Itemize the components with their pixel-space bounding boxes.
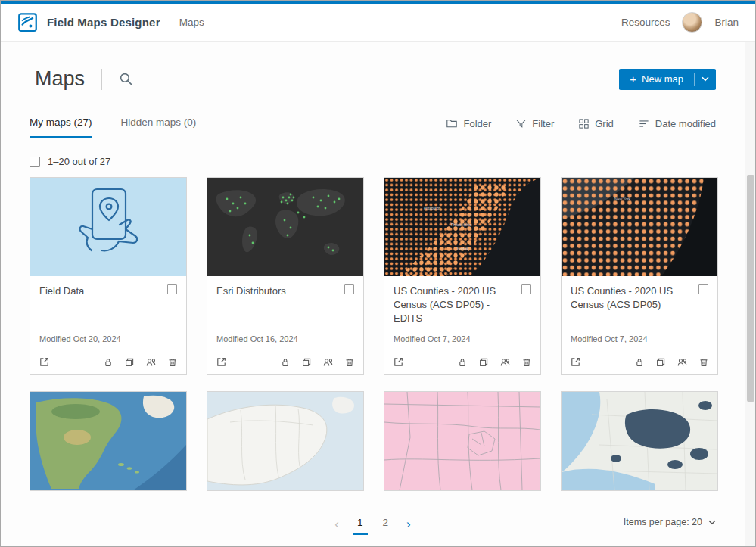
next-page-button[interactable]: › bbox=[403, 517, 414, 532]
svg-text:Pittsburgh: Pittsburgh bbox=[424, 206, 441, 210]
vertical-scrollbar[interactable] bbox=[745, 42, 755, 546]
map-thumbnail[interactable]: New York bbox=[562, 178, 717, 276]
map-card-us-counties-edits[interactable]: Pittsburgh Philadelphia Norfolk US Count… bbox=[384, 177, 541, 375]
share-group-button[interactable] bbox=[322, 357, 334, 368]
share-group-button[interactable] bbox=[677, 357, 688, 368]
new-map-dropdown[interactable] bbox=[695, 69, 716, 90]
sharing-level-button[interactable] bbox=[634, 357, 645, 368]
group-icon bbox=[499, 357, 511, 368]
sharing-level-button[interactable] bbox=[280, 357, 291, 368]
card-actions bbox=[634, 357, 709, 368]
page-header: Maps + New map bbox=[30, 42, 716, 91]
duplicate-button[interactable] bbox=[124, 357, 135, 368]
map-card-field-data[interactable]: Field Data Modified Oct 20, 2024 bbox=[30, 177, 187, 375]
duplicate-icon bbox=[655, 357, 666, 368]
tab-hidden-maps[interactable]: Hidden maps (0) bbox=[121, 117, 197, 138]
filter-button[interactable]: Filter bbox=[515, 118, 554, 129]
tab-my-maps[interactable]: My maps (27) bbox=[30, 117, 92, 138]
folder-button[interactable]: Folder bbox=[446, 117, 491, 129]
map-card-us-counties[interactable]: New York US Counties - 2020 US Census (A… bbox=[561, 177, 718, 375]
scrollbar-thumb[interactable] bbox=[747, 175, 754, 402]
map-thumbnail[interactable] bbox=[207, 392, 363, 490]
coastal-census-map bbox=[562, 392, 717, 490]
card-actions bbox=[103, 357, 178, 368]
topbar: Field Maps Designer Maps Resources Brian bbox=[1, 4, 755, 42]
card-footer bbox=[30, 350, 186, 374]
duplicate-button[interactable] bbox=[478, 357, 489, 368]
card-title[interactable]: Esri Distributors bbox=[216, 284, 338, 298]
lock-icon bbox=[457, 357, 468, 368]
delete-button[interactable] bbox=[344, 357, 355, 368]
map-thumbnail[interactable]: Pittsburgh Philadelphia Norfolk bbox=[384, 178, 540, 276]
new-map-main[interactable]: + New map bbox=[619, 69, 694, 90]
card-checkbox[interactable] bbox=[521, 284, 531, 294]
map-card-row2-4[interactable] bbox=[561, 391, 718, 491]
map-thumbnail[interactable] bbox=[30, 392, 186, 490]
world-map-dark bbox=[207, 178, 363, 276]
card-checkbox[interactable] bbox=[167, 284, 177, 294]
share-group-button[interactable] bbox=[499, 357, 511, 368]
plus-icon: + bbox=[630, 73, 636, 85]
card-actions bbox=[280, 357, 355, 368]
card-title-row: US Counties - 2020 US Census (ACS DP05) bbox=[571, 284, 708, 312]
group-icon bbox=[677, 357, 688, 368]
grid-view-button[interactable]: Grid bbox=[578, 118, 614, 129]
nav-item-maps[interactable]: Maps bbox=[179, 17, 204, 28]
sort-label: Date modified bbox=[655, 118, 716, 129]
delete-button[interactable] bbox=[167, 357, 178, 368]
select-all-checkbox[interactable] bbox=[30, 157, 40, 167]
map-thumbnail[interactable] bbox=[562, 392, 717, 490]
previous-page-button[interactable]: ‹ bbox=[331, 517, 342, 532]
delete-button[interactable] bbox=[521, 357, 532, 368]
brand-title: Field Maps Designer bbox=[47, 16, 160, 29]
open-map-button[interactable] bbox=[216, 356, 227, 368]
items-per-page-select[interactable]: Items per page: 20 bbox=[624, 517, 716, 527]
user-name[interactable]: Brian bbox=[714, 17, 739, 28]
search-icon[interactable] bbox=[119, 72, 133, 86]
map-thumbnail[interactable] bbox=[207, 178, 363, 276]
card-title-row: Field Data bbox=[39, 284, 177, 298]
duplicate-button[interactable] bbox=[301, 357, 312, 368]
map-thumbnail[interactable] bbox=[384, 392, 540, 490]
open-map-button[interactable] bbox=[393, 356, 404, 368]
open-in-new-icon bbox=[216, 356, 227, 368]
card-modified-date: Modified Oct 16, 2024 bbox=[216, 334, 354, 343]
page-1-button[interactable]: 1 bbox=[353, 514, 368, 535]
card-actions bbox=[457, 357, 532, 368]
lock-icon bbox=[634, 357, 645, 368]
filter-label: Filter bbox=[532, 118, 554, 129]
duplicate-button[interactable] bbox=[655, 357, 666, 368]
sharing-level-button[interactable] bbox=[103, 357, 114, 368]
map-card-row2-1[interactable] bbox=[30, 391, 187, 491]
trash-icon bbox=[521, 357, 532, 368]
card-checkbox[interactable] bbox=[698, 284, 708, 294]
page-2-button[interactable]: 2 bbox=[378, 514, 394, 535]
chevron-down-icon bbox=[708, 520, 716, 525]
open-map-button[interactable] bbox=[570, 356, 581, 368]
resources-link[interactable]: Resources bbox=[621, 17, 670, 28]
map-card-row2-3[interactable] bbox=[384, 391, 541, 491]
card-checkbox[interactable] bbox=[344, 284, 354, 294]
census-dots-map: Pittsburgh Philadelphia Norfolk bbox=[384, 178, 540, 276]
folder-icon bbox=[446, 117, 458, 129]
card-body: US Counties - 2020 US Census (ACS DP05) … bbox=[384, 276, 540, 350]
map-card-row2-2[interactable] bbox=[207, 391, 364, 491]
user-avatar[interactable] bbox=[682, 12, 702, 33]
app-logo-icon[interactable] bbox=[17, 12, 38, 33]
card-title[interactable]: Field Data bbox=[39, 284, 161, 298]
map-thumbnail[interactable] bbox=[30, 178, 186, 276]
cards-grid: Field Data Modified Oct 20, 2024 bbox=[30, 177, 716, 491]
sharing-level-button[interactable] bbox=[457, 357, 468, 368]
open-in-new-icon bbox=[39, 356, 50, 368]
map-card-esri-distributors[interactable]: Esri Distributors Modified Oct 16, 2024 bbox=[207, 177, 364, 375]
new-map-button[interactable]: + New map bbox=[619, 69, 716, 90]
open-map-button[interactable] bbox=[39, 356, 50, 368]
census-dots-map-2: New York bbox=[562, 178, 717, 276]
card-title[interactable]: US Counties - 2020 US Census (ACS DP05) … bbox=[394, 284, 515, 326]
share-group-button[interactable] bbox=[145, 357, 157, 368]
delete-button[interactable] bbox=[698, 357, 709, 368]
svg-text:New York: New York bbox=[614, 197, 631, 201]
sort-button[interactable]: Date modified bbox=[638, 118, 716, 129]
field-data-illustration bbox=[30, 178, 186, 276]
card-title[interactable]: US Counties - 2020 US Census (ACS DP05) bbox=[571, 284, 692, 312]
